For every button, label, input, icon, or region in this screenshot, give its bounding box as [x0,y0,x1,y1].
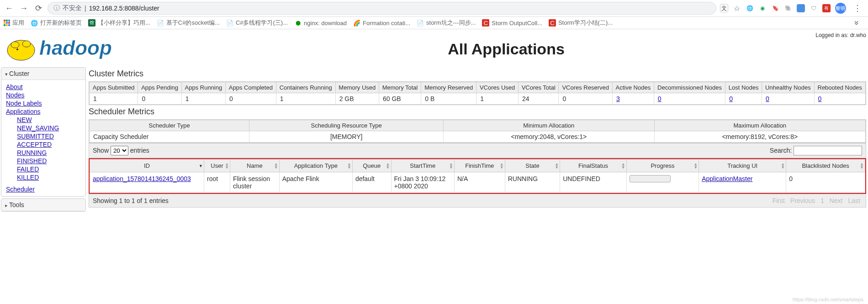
sort-icon[interactable]: ▲▼ [693,163,698,169]
pager-page[interactable]: 1 [820,197,824,204]
cm-header: Memory Reserved [421,82,476,93]
shield-icon[interactable]: 🛡 [810,4,818,12]
apps-header[interactable]: FinishTime▲▼ [454,160,505,172]
nav-applications[interactable]: Applications [6,108,41,115]
sort-icon[interactable]: ▼ [199,164,203,167]
nav-state-running[interactable]: RUNNING [17,149,47,156]
pager-last[interactable]: Last [848,197,860,204]
nav-state-finished[interactable]: FINISHED [17,157,47,165]
sort-icon[interactable]: ▲▼ [500,163,504,169]
bookmark-item[interactable]: 🌐打开新的标签页 [31,19,82,27]
sort-icon[interactable]: ▲▼ [860,163,864,169]
translate-icon[interactable]: 文 [720,4,728,12]
cm-value: 2 GB [335,93,379,105]
extension-icons: 文 ☆ 🌐 ◉ 🔖 🐘 🛡 有 黎明 ⋮ [720,3,864,14]
bookmark-item[interactable]: 🌈Formation cotati... [353,19,410,27]
search-input[interactable] [794,146,862,155]
bookmark-item[interactable]: CStorm OutputColl... [482,19,542,27]
pager-first[interactable]: First [773,197,785,204]
page-size-select[interactable]: 20 [111,146,128,155]
apps-header[interactable]: Tracking UI▲▼ [699,160,786,172]
apps-header[interactable]: ID▼ [90,160,204,172]
browser-menu-icon[interactable]: ⋮ [851,3,864,13]
sort-icon[interactable]: ▲▼ [555,163,559,169]
tracking-ui-link[interactable]: ApplicationMaster [702,175,752,182]
bookmark-item[interactable]: CStorm学习小结(二)... [549,19,613,27]
nav-state-killed[interactable]: KILLED [17,174,39,181]
cm-link[interactable]: 0 [729,95,733,102]
nav-state-accepted[interactable]: ACCEPTED [17,141,52,148]
sort-icon[interactable]: ▲▼ [621,163,625,169]
profile-avatar[interactable]: 黎明 [835,3,846,14]
nav-nodes[interactable]: Nodes [6,91,24,99]
apps-header[interactable]: Application Type▲▼ [279,160,352,172]
sm-value: Capacity Scheduler [89,131,249,143]
svg-point-1 [11,42,19,48]
table-row: application_1578014136245_0003 root Flin… [90,172,865,193]
app-queue: default [352,172,391,193]
cm-value: 0 B [421,93,476,105]
cm-header: Apps Completed [225,82,276,93]
address-bar[interactable]: ⓘ 不安全 | 192.168.2.5:8088/cluster [48,2,716,15]
url-text: 192.168.2.5:8088/cluster [89,5,159,12]
cm-value: 0 [225,93,276,105]
circle-ext-icon[interactable]: ◉ [758,4,767,12]
back-button[interactable]: ← [4,3,15,14]
blue-ext-icon[interactable] [797,4,805,12]
sort-icon[interactable]: ▲▼ [347,163,351,169]
bookmark-item[interactable]: 📄C#多线程学习(三)... [226,19,288,27]
nav-state-failed[interactable]: FAILED [17,165,39,173]
bookmark-item[interactable]: 馆【小样分享】巧用... [88,19,150,27]
page-title: All Applications [144,40,868,58]
nav-state-submitted[interactable]: SUBMITTED [17,133,54,140]
app-user: root [204,172,230,193]
apps-header[interactable]: State▲▼ [505,160,560,172]
bookmark-ext-icon[interactable]: 🔖 [771,4,779,12]
red-ext-icon[interactable]: 有 [822,4,831,12]
apps-header[interactable]: StartTime▲▼ [391,160,454,172]
apps-header[interactable]: FinalStatus▲▼ [560,160,627,172]
globe-ext-icon[interactable]: 🌐 [746,4,754,12]
reload-button[interactable]: ⟳ [33,3,44,14]
bookmark-item[interactable]: ⬢nginx: download [294,19,347,27]
bookmarks-overflow-icon[interactable]: » [849,21,864,25]
scheduler-metrics-title: Scheduler Metrics [89,107,866,117]
apps-button[interactable]: 应用 [4,19,24,27]
apps-header[interactable]: User▲▼ [204,160,230,172]
cm-link[interactable]: 3 [616,95,620,102]
sort-icon[interactable]: ▲▼ [386,163,390,169]
app-id-link[interactable]: application_1578014136245_0003 [93,175,191,182]
sort-icon[interactable]: ▲▼ [225,163,229,169]
sort-icon[interactable]: ▲▼ [449,163,453,169]
apps-header[interactable]: Blacklisted Nodes▲▼ [786,160,865,172]
apps-header[interactable]: Queue▲▼ [352,160,391,172]
pager-prev[interactable]: Previous [790,197,815,204]
nav-state-new[interactable]: NEW [17,116,32,123]
cm-link[interactable]: 0 [766,95,769,102]
favicon-icon: 🌈 [353,19,360,27]
pager-next[interactable]: Next [830,197,843,204]
cluster-panel-header[interactable]: Cluster [1,68,85,80]
cm-header: VCores Used [476,82,519,93]
sort-icon[interactable]: ▲▼ [781,163,785,169]
nav-scheduler[interactable]: Scheduler [6,186,35,193]
cm-header: Containers Running [276,82,335,93]
tools-panel-header[interactable]: Tools [1,199,85,211]
bookmark-item[interactable]: 📄基于C#的socket编... [157,19,220,27]
sort-icon[interactable]: ▲▼ [274,163,278,169]
apps-header[interactable]: Progress▲▼ [626,160,699,172]
datatable-info: Showing 1 to 1 of 1 entries [93,197,169,204]
tools-panel: Tools [1,198,86,212]
nav-node-labels[interactable]: Node Labels [6,100,42,107]
star-icon[interactable]: ☆ [733,4,741,12]
cm-link[interactable]: 0 [658,95,662,102]
cm-link[interactable]: 0 [818,95,822,102]
evernote-icon[interactable]: 🐘 [784,4,792,12]
nav-about[interactable]: About [6,83,23,91]
nav-state-new-saving[interactable]: NEW_SAVING [17,124,59,132]
forward-button[interactable]: → [18,3,29,14]
bookmark-item[interactable]: 📄storm坑之---同步... [417,19,476,27]
apps-header[interactable]: Name▲▼ [230,160,280,172]
cm-header: Apps Running [181,82,225,93]
datatable-controls: Show 20 entries Search: [89,143,866,158]
